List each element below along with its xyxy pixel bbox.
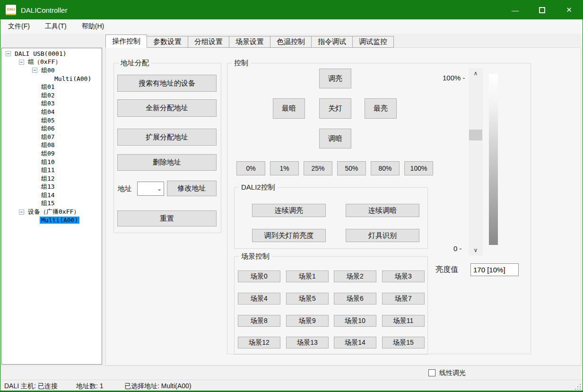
scene-button[interactable]: 场景7	[382, 293, 425, 305]
tree-item[interactable]: DALI USB(0001)	[2, 50, 102, 58]
scene-button[interactable]: 场景3	[382, 270, 425, 282]
extend-assign-address-button[interactable]: 扩展分配地址	[117, 129, 217, 146]
resize-grip[interactable]	[574, 383, 581, 390]
menu-item[interactable]: 帮助(H)	[74, 20, 112, 33]
tree-item[interactable]: 组00	[2, 66, 102, 75]
tree-expand-toggle-icon[interactable]	[6, 51, 11, 56]
tab-2[interactable]: 参数设置	[147, 36, 188, 48]
brightness-min-label: 0 -	[453, 244, 462, 253]
address-combobox[interactable]: ⌄	[137, 182, 164, 196]
close-button[interactable]: ✕	[556, 0, 583, 19]
scene-control-group: 场景控制 场景0场景1场景2场景3场景4场景5场景6场景7场景8场景9场景10场…	[234, 256, 428, 355]
tree-item[interactable]: 组04	[2, 108, 102, 116]
dim-min-button[interactable]: 最暗	[273, 98, 305, 119]
dim-down-button[interactable]: 调暗	[319, 129, 351, 148]
scene-button[interactable]: 场景0	[238, 270, 280, 282]
scene-button[interactable]: 场景9	[286, 315, 329, 327]
scene-button[interactable]: 场景11	[382, 315, 425, 327]
dali2-button[interactable]: 调到关灯前亮度	[252, 229, 326, 242]
scene-button[interactable]: 场景15	[382, 337, 425, 348]
tab-3[interactable]: 分组设置	[188, 36, 229, 48]
tab-7[interactable]: 调试监控	[352, 36, 394, 48]
scene-button[interactable]: 场景8	[238, 315, 280, 327]
dali2-button[interactable]: 连续调暗	[346, 204, 419, 217]
tree-expand-toggle-icon[interactable]	[19, 60, 24, 65]
window-title: DALIController	[21, 6, 67, 14]
menu-item[interactable]: 工具(T)	[37, 20, 74, 33]
control-group-title: 控制	[232, 59, 251, 68]
dali2-button[interactable]: 连续调亮	[252, 204, 326, 217]
scene-button[interactable]: 场景10	[334, 315, 376, 327]
dali2-button[interactable]: 灯具识别	[346, 229, 419, 242]
delete-address-button[interactable]: 删除地址	[117, 154, 217, 171]
scene-button[interactable]: 场景6	[334, 293, 376, 305]
percent-button[interactable]: 100%	[404, 161, 433, 175]
tab-4[interactable]: 场景设置	[229, 36, 270, 48]
tree-item[interactable]: Multi(A00)	[2, 216, 102, 225]
control-group: 控制 调亮 最暗 关灯 最亮 调暗 DALI2控制 连续调亮连续调暗调到关灯前亮…	[227, 63, 531, 354]
tree-item[interactable]: 组09	[2, 149, 102, 158]
tree-item-label: 组10	[40, 158, 56, 166]
tree-item-label: 组15	[40, 199, 56, 208]
tab-6[interactable]: 指令调试	[311, 36, 353, 48]
search-addressed-devices-button[interactable]: 搜索有地址的设备	[117, 75, 217, 92]
brightness-scrollbar[interactable]: ∧ ∨	[469, 68, 483, 255]
tree-item[interactable]: 组01	[2, 83, 102, 91]
minimize-button[interactable]: —	[502, 0, 529, 19]
address-group-title: 地址分配	[118, 59, 151, 68]
tree-item-label: 组05	[40, 116, 56, 125]
lamp-off-button[interactable]: 关灯	[319, 98, 351, 119]
tree-item-label: 组12	[40, 174, 56, 183]
tree-item[interactable]: Multi(A00)	[2, 75, 102, 83]
maximize-button[interactable]	[529, 0, 556, 19]
tree-item[interactable]: 组15	[2, 200, 102, 208]
dim-max-button[interactable]: 最亮	[365, 98, 397, 119]
reset-button[interactable]: 重置	[117, 210, 217, 226]
modify-address-button[interactable]: 修改地址	[167, 181, 217, 196]
tree-item-label: 组06	[40, 124, 56, 133]
brightness-max-label: 100% -	[443, 74, 465, 82]
tree-item[interactable]: 组10	[2, 158, 102, 166]
menu-item[interactable]: 文件(F)	[0, 20, 37, 33]
scene-button[interactable]: 场景12	[238, 337, 280, 348]
scene-button[interactable]: 场景13	[286, 337, 329, 348]
tree-item-label: Multi(A00)	[53, 75, 93, 82]
percent-button[interactable]: 80%	[371, 161, 400, 175]
scene-button[interactable]: 场景5	[286, 293, 329, 305]
scene-button[interactable]: 场景14	[334, 337, 376, 348]
scene-button[interactable]: 场景4	[238, 293, 280, 305]
tree-item[interactable]: 组02	[2, 91, 102, 100]
percent-button[interactable]: 25%	[304, 161, 332, 175]
scroll-up-icon[interactable]: ∧	[469, 68, 483, 78]
tree-item[interactable]: 组14	[2, 191, 102, 200]
scrollbar-thumb[interactable]	[469, 130, 482, 140]
scene-button[interactable]: 场景1	[286, 270, 329, 282]
tree-item[interactable]: 组（0xFF）	[2, 58, 102, 67]
dali2-control-group: DALI2控制 连续调亮连续调暗调到关灯前亮度灯具识别	[234, 187, 428, 249]
dim-up-button[interactable]: 调亮	[319, 69, 351, 88]
tab-5[interactable]: 色温控制	[270, 36, 312, 48]
brightness-value-field[interactable]	[470, 263, 519, 276]
tree-item-label: DALI USB(0001)	[13, 50, 68, 57]
tree-item[interactable]: 组06	[2, 124, 102, 133]
tree-item[interactable]: 设备（广播0xFF）	[2, 208, 102, 216]
percent-button[interactable]: 0%	[236, 161, 265, 175]
tree-item[interactable]: 组13	[2, 183, 102, 192]
tree-item[interactable]: 组07	[2, 133, 102, 141]
brightness-value-label: 亮度值	[435, 265, 458, 275]
status-address-count: 地址数: 1	[76, 382, 104, 391]
linear-dimming-checkbox[interactable]	[428, 369, 435, 376]
tree-expand-toggle-icon[interactable]	[32, 68, 37, 73]
tree-item[interactable]: 组03	[2, 100, 102, 108]
assign-new-address-button[interactable]: 全新分配地址	[117, 99, 217, 117]
scene-button[interactable]: 场景2	[334, 270, 376, 282]
tree-item[interactable]: 组08	[2, 141, 102, 150]
tree-item[interactable]: 组12	[2, 174, 102, 183]
tree-expand-toggle-icon[interactable]	[19, 209, 24, 215]
tree-item[interactable]: 组11	[2, 166, 102, 174]
tab-1[interactable]: 操作控制	[105, 35, 147, 48]
percent-button[interactable]: 1%	[270, 161, 299, 175]
tree-item[interactable]: 组05	[2, 116, 102, 125]
scroll-down-icon[interactable]: ∨	[469, 245, 483, 255]
percent-button[interactable]: 50%	[337, 161, 366, 175]
